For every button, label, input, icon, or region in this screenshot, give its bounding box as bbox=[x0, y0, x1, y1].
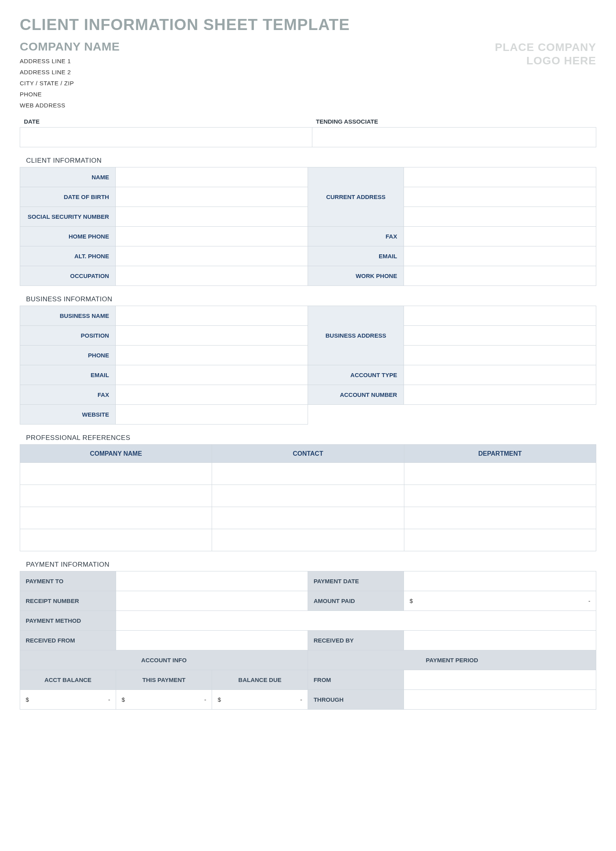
phone-line: PHONE bbox=[20, 89, 120, 100]
page: CLIENT INFORMATION SHEET TEMPLATE COMPAN… bbox=[0, 0, 616, 725]
received-from-input[interactable] bbox=[116, 633, 308, 648]
ref-2-department[interactable] bbox=[404, 488, 596, 503]
alt-phone-input[interactable] bbox=[116, 249, 308, 263]
business-email-input[interactable] bbox=[116, 368, 308, 382]
through-label: THROUGH bbox=[308, 690, 404, 710]
balance-due-label: BALANCE DUE bbox=[212, 670, 308, 690]
home-phone-input[interactable] bbox=[116, 229, 308, 244]
current-address-input-1[interactable] bbox=[404, 170, 596, 184]
account-type-label: ACCOUNT TYPE bbox=[308, 365, 404, 385]
payment-to-label: PAYMENT TO bbox=[20, 571, 116, 591]
acct-balance-label: ACCT BALANCE bbox=[20, 670, 116, 690]
work-phone-label: WORK PHONE bbox=[308, 266, 404, 286]
current-address-input-3[interactable] bbox=[404, 209, 596, 224]
payment-to-input[interactable] bbox=[116, 574, 308, 588]
this-payment-value[interactable]: $- bbox=[116, 696, 212, 703]
name-label: NAME bbox=[20, 167, 116, 187]
account-type-input[interactable] bbox=[404, 368, 596, 382]
ref-4-contact[interactable] bbox=[212, 533, 404, 547]
home-phone-label: HOME PHONE bbox=[20, 227, 116, 246]
header-row: COMPANY NAME ADDRESS LINE 1 ADDRESS LINE… bbox=[20, 40, 596, 111]
client-info-section-label: CLIENT INFORMATION bbox=[20, 157, 596, 165]
address-line-1: ADDRESS LINE 1 bbox=[20, 56, 120, 67]
current-address-label: CURRENT ADDRESS bbox=[308, 167, 404, 227]
business-address-input-2[interactable] bbox=[404, 328, 596, 343]
business-phone-label: PHONE bbox=[20, 346, 116, 365]
website-input[interactable] bbox=[116, 407, 308, 422]
ref-1-contact[interactable] bbox=[212, 466, 404, 481]
business-email-label: EMAIL bbox=[20, 365, 116, 385]
company-block: COMPANY NAME ADDRESS LINE 1 ADDRESS LINE… bbox=[20, 40, 120, 111]
business-name-label: BUSINESS NAME bbox=[20, 306, 116, 326]
address-line-2: ADDRESS LINE 2 bbox=[20, 67, 120, 78]
tending-associate-header: TENDING ASSOCIATE bbox=[312, 118, 596, 128]
payment-period-header: PAYMENT PERIOD bbox=[308, 650, 596, 670]
logo-line-1: PLACE COMPANY bbox=[495, 41, 596, 54]
received-by-label: RECEIVED BY bbox=[308, 631, 404, 650]
dob-label: DATE OF BIRTH bbox=[20, 187, 116, 207]
fax-input[interactable] bbox=[404, 229, 596, 244]
alt-phone-label: ALT. PHONE bbox=[20, 246, 116, 266]
balance-due-value[interactable]: $- bbox=[212, 696, 308, 703]
logo-placeholder: PLACE COMPANY LOGO HERE bbox=[495, 41, 596, 68]
work-phone-input[interactable] bbox=[404, 269, 596, 283]
name-input[interactable] bbox=[116, 170, 308, 184]
payment-method-input[interactable] bbox=[116, 613, 596, 628]
this-payment-label: THIS PAYMENT bbox=[116, 670, 212, 690]
position-label: POSITION bbox=[20, 326, 116, 346]
acct-balance-value[interactable]: $- bbox=[20, 696, 116, 703]
client-email-input[interactable] bbox=[404, 249, 596, 263]
page-title: CLIENT INFORMATION SHEET TEMPLATE bbox=[20, 16, 596, 34]
ref-company-header: COMPANY NAME bbox=[20, 445, 212, 463]
occupation-input[interactable] bbox=[116, 269, 308, 283]
web-line: WEB ADDRESS bbox=[20, 100, 120, 111]
receipt-number-label: RECEIPT NUMBER bbox=[20, 591, 116, 611]
account-number-label: ACCOUNT NUMBER bbox=[308, 385, 404, 405]
received-from-label: RECEIVED FROM bbox=[20, 631, 116, 650]
from-label: FROM bbox=[308, 670, 404, 690]
amount-paid-label: AMOUNT PAID bbox=[308, 591, 404, 611]
ref-4-department[interactable] bbox=[404, 533, 596, 547]
amount-paid-value[interactable]: $ - bbox=[404, 597, 596, 604]
ref-2-contact[interactable] bbox=[212, 488, 404, 503]
ref-2-company[interactable] bbox=[20, 488, 212, 503]
payment-section-label: PAYMENT INFORMATION bbox=[20, 561, 596, 569]
tending-associate-input[interactable] bbox=[312, 130, 596, 145]
amount-paid-amount: - bbox=[588, 597, 590, 604]
occupation-label: OCCUPATION bbox=[20, 266, 116, 286]
date-input[interactable] bbox=[20, 130, 312, 145]
payment-date-input[interactable] bbox=[404, 574, 596, 588]
business-address-input-3[interactable] bbox=[404, 348, 596, 363]
received-by-input[interactable] bbox=[404, 633, 596, 648]
ref-3-company[interactable] bbox=[20, 511, 212, 525]
fax-label: FAX bbox=[308, 227, 404, 246]
business-fax-label: FAX bbox=[20, 385, 116, 405]
ref-1-company[interactable] bbox=[20, 466, 212, 481]
ref-4-company[interactable] bbox=[20, 533, 212, 547]
dob-input[interactable] bbox=[116, 190, 308, 204]
business-info-section-label: BUSINESS INFORMATION bbox=[20, 295, 596, 303]
receipt-number-input[interactable] bbox=[116, 594, 308, 608]
amount-paid-currency: $ bbox=[409, 597, 413, 604]
website-label: WEBSITE bbox=[20, 405, 116, 425]
account-number-input[interactable] bbox=[404, 387, 596, 402]
references-section-label: PROFESSIONAL REFERENCES bbox=[20, 434, 596, 442]
business-address-input-1[interactable] bbox=[404, 308, 596, 323]
ssn-label: SOCIAL SECURITY NUMBER bbox=[20, 207, 116, 227]
payment-date-label: PAYMENT DATE bbox=[308, 571, 404, 591]
business-address-label: BUSINESS ADDRESS bbox=[308, 306, 404, 365]
ref-1-department[interactable] bbox=[404, 466, 596, 481]
position-input[interactable] bbox=[116, 328, 308, 343]
ref-contact-header: CONTACT bbox=[212, 445, 404, 463]
ref-3-contact[interactable] bbox=[212, 511, 404, 525]
ssn-input[interactable] bbox=[116, 209, 308, 224]
business-fax-input[interactable] bbox=[116, 387, 308, 402]
business-name-input[interactable] bbox=[116, 308, 308, 323]
from-input[interactable] bbox=[404, 673, 596, 687]
through-input[interactable] bbox=[404, 692, 596, 707]
company-name-label: COMPANY NAME bbox=[20, 40, 120, 53]
business-phone-input[interactable] bbox=[116, 348, 308, 363]
ref-department-header: DEPARTMENT bbox=[404, 445, 596, 463]
current-address-input-2[interactable] bbox=[404, 190, 596, 204]
ref-3-department[interactable] bbox=[404, 511, 596, 525]
